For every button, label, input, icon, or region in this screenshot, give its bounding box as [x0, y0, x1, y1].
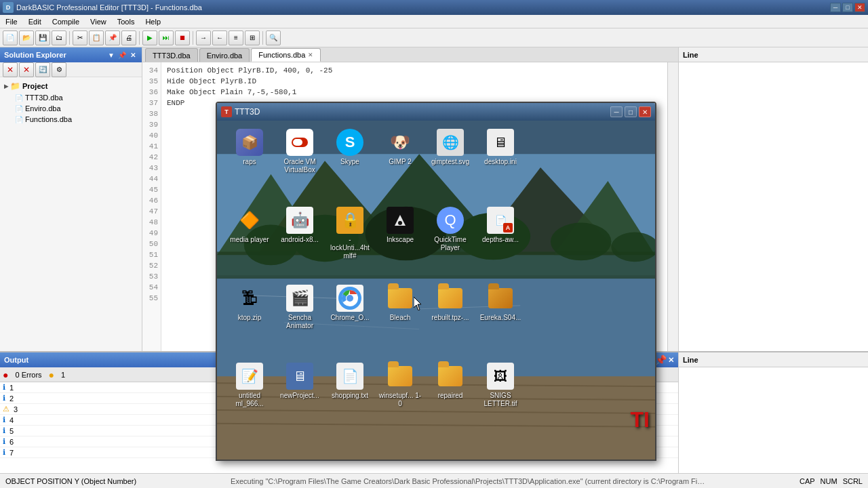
desktop-icon-eureka[interactable]: Eureka.S04...: [476, 282, 525, 333]
menu-compile[interactable]: Compile: [47, 15, 85, 28]
close-button[interactable]: ✕: [854, 3, 865, 12]
tab-enviro[interactable]: Enviro.dba: [199, 48, 250, 62]
row-type-icon: ℹ: [3, 437, 5, 446]
menu-view[interactable]: View: [85, 15, 112, 28]
desktop-icon-depths[interactable]: A 📄 depths-aw...: [476, 204, 525, 263]
se-refresh-btn[interactable]: 🔄: [35, 62, 50, 77]
log-panel-header: Line: [679, 352, 868, 367]
se-remove-btn[interactable]: ✕: [19, 62, 34, 77]
desktop-icon-snigs[interactable]: 🖼 SNIGS LETTER.tif: [476, 360, 525, 411]
desktop-icon-lock[interactable]: 🔒 -lockUnti...4htmlf#: [326, 204, 374, 263]
desktop-icon-inkscape[interactable]: Inkscape: [376, 204, 425, 263]
file-icon-enviro: 📄: [15, 105, 23, 113]
desktop-icon-zip[interactable]: 🗜 ktop.zip: [225, 282, 274, 333]
se-pin-btn[interactable]: 📌: [117, 50, 127, 60]
outdent-btn[interactable]: ←: [212, 30, 227, 45]
desktop-icon-skype[interactable]: S Skype: [326, 126, 374, 177]
desktop-icon-raps[interactable]: 📦 raps: [225, 126, 274, 177]
desktop-icon-sencha[interactable]: 🎬 Sencha Animator: [275, 282, 324, 333]
indent-btn[interactable]: →: [196, 30, 211, 45]
ttt3d-minimize-btn[interactable]: ─: [610, 106, 623, 117]
ttt3d-restore-btn[interactable]: □: [625, 106, 637, 117]
icon-label-untitled: untitled ml_966...: [228, 392, 271, 408]
desktop-icon-oracle[interactable]: Oracle VM VirtualBox: [275, 126, 324, 177]
desktop-icon-untitled[interactable]: 📝 untitled ml_966...: [225, 360, 274, 411]
icon-label-skype: Skype: [340, 158, 359, 166]
debug-btn[interactable]: 🔍: [266, 30, 281, 45]
icon-label-depths: depths-aw...: [482, 236, 519, 244]
tree-file-ttt3d[interactable]: 📄 TTT3D.dba: [14, 92, 139, 103]
row-number: 2: [9, 394, 23, 403]
row-number: 7: [9, 449, 23, 457]
icon-label-rebuilt: rebuilt.tpz-...: [431, 314, 469, 322]
desktop-icon-shopping[interactable]: 📄 shopping.txt: [326, 360, 374, 411]
stop-btn[interactable]: ⏹: [175, 30, 190, 45]
icon-label-mediaplayer: media player: [230, 236, 269, 244]
menu-tools[interactable]: Tools: [112, 15, 140, 28]
menu-edit[interactable]: Edit: [23, 15, 47, 28]
icon-label-sencha: Sencha Animator: [278, 314, 321, 330]
new-btn[interactable]: 📄: [3, 30, 18, 45]
icon-label-quicktime: QuickTime Player: [429, 236, 472, 252]
tab-ttt3d[interactable]: TTT3D.dba: [145, 48, 198, 62]
desktop-icon-newproject[interactable]: 🖥 newProject...: [275, 360, 324, 411]
format-btn[interactable]: ⊞: [245, 30, 260, 45]
print-btn[interactable]: 🖨: [121, 30, 136, 45]
log-panel: Line: [678, 352, 868, 473]
desktop-icon-quicktime[interactable]: Q QuickTime Player: [426, 204, 475, 263]
save-btn[interactable]: 💾: [35, 30, 50, 45]
icon-label-newproject: newProject...: [280, 392, 319, 400]
desktop-icon-mediaplayer[interactable]: 🔶 media player: [225, 204, 274, 263]
paste-btn[interactable]: 📌: [105, 30, 120, 45]
desktop-icon-rebuilt[interactable]: rebuilt.tpz-...: [426, 282, 475, 333]
output-close-btn[interactable]: ✕: [668, 356, 674, 365]
right-panel-title: Line: [683, 51, 698, 59]
status-bar: OBJECT POSITION Y (Object Number) Execut…: [0, 473, 868, 488]
align-btn[interactable]: ≡: [229, 30, 243, 45]
se-close-btn[interactable]: ✕: [128, 50, 138, 60]
save-all-btn[interactable]: 🗂: [52, 30, 66, 45]
se-add-btn[interactable]: ✕: [3, 62, 18, 77]
row-number: 6: [9, 438, 23, 446]
open-btn[interactable]: 📂: [19, 30, 34, 45]
desktop-icon-winsetup[interactable]: winsetupf... 1-0: [376, 360, 425, 411]
tree-project-folder[interactable]: ▶ 📁 Project: [3, 80, 139, 92]
output-pin-btn[interactable]: 📌: [655, 354, 667, 365]
se-settings-btn[interactable]: ⚙: [52, 62, 66, 77]
icon-label-shopping: shopping.txt: [332, 392, 368, 400]
executing-text: Executing "C:\Program Files\The Game Cre…: [231, 477, 705, 485]
menu-help[interactable]: Help: [140, 15, 166, 28]
row-type-icon: ⚠: [3, 405, 9, 413]
file-icon-functions: 📄: [15, 116, 23, 123]
expand-arrow: ▶: [4, 83, 8, 89]
desktop-icon-chrome[interactable]: Chrome_O...: [326, 282, 374, 333]
icon-row-3: 📝 untitled ml_966... 🖥 newProject... 📄 s…: [217, 354, 533, 416]
cut-btn[interactable]: ✂: [73, 30, 87, 45]
icon-row-2: 🗜 ktop.zip 🎬 Sencha Animator Chrome_O...: [217, 277, 533, 338]
desktop-icon-android[interactable]: 🤖 android-x8...: [275, 204, 324, 263]
desktop-icon-desktopini[interactable]: 🖥 desktop.ini: [476, 126, 525, 177]
desktop-icon-repaired[interactable]: repaired: [426, 360, 475, 411]
ttt3d-window: T TTT3D ─ □ ✕: [216, 102, 656, 461]
desktop-icon-gimp[interactable]: 🐶 GIMP 2: [376, 126, 425, 177]
desktop-icon-gimptest[interactable]: 🌐 gimptest.svg: [426, 126, 475, 177]
tab-functions[interactable]: Functions.dba ✕: [251, 48, 321, 62]
output-tab-warnings[interactable]: 1: [57, 369, 69, 380]
run-step-btn[interactable]: ⏭: [159, 30, 174, 45]
copy-btn[interactable]: 📋: [89, 30, 104, 45]
restore-button[interactable]: □: [842, 3, 853, 12]
run-btn[interactable]: ▶: [142, 30, 157, 45]
output-tab-errors[interactable]: 0 Errors: [11, 369, 45, 380]
tree-file-functions[interactable]: 📄 Functions.dba: [14, 114, 139, 125]
tab-close-icon[interactable]: ✕: [308, 52, 313, 58]
menu-file[interactable]: File: [0, 15, 23, 28]
icon-label-raps: raps: [243, 158, 256, 166]
minimize-button[interactable]: ─: [830, 3, 841, 12]
ttt3d-close-btn[interactable]: ✕: [639, 106, 651, 117]
main-toolbar: 📄 📂 💾 🗂 ✂ 📋 📌 🖨 ▶ ⏭ ⏹ → ← ≡ ⊞ 🔍: [0, 28, 868, 47]
se-dropdown-btn[interactable]: ▼: [106, 50, 116, 60]
tree-file-enviro[interactable]: 📄 Enviro.dba: [14, 103, 139, 114]
svg-rect-25: [293, 139, 302, 146]
desktop-icon-bleach[interactable]: Bleach: [376, 282, 425, 333]
log-content: [679, 367, 868, 473]
